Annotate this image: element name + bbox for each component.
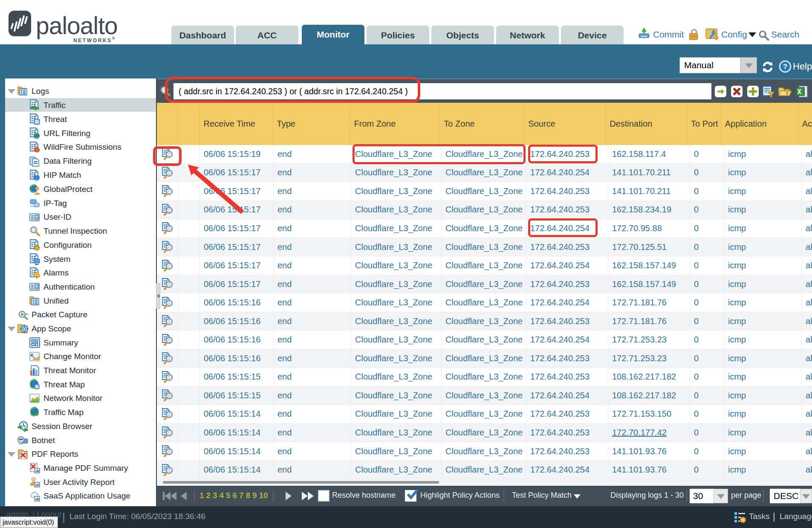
svg-text:?: ? bbox=[783, 62, 787, 71]
